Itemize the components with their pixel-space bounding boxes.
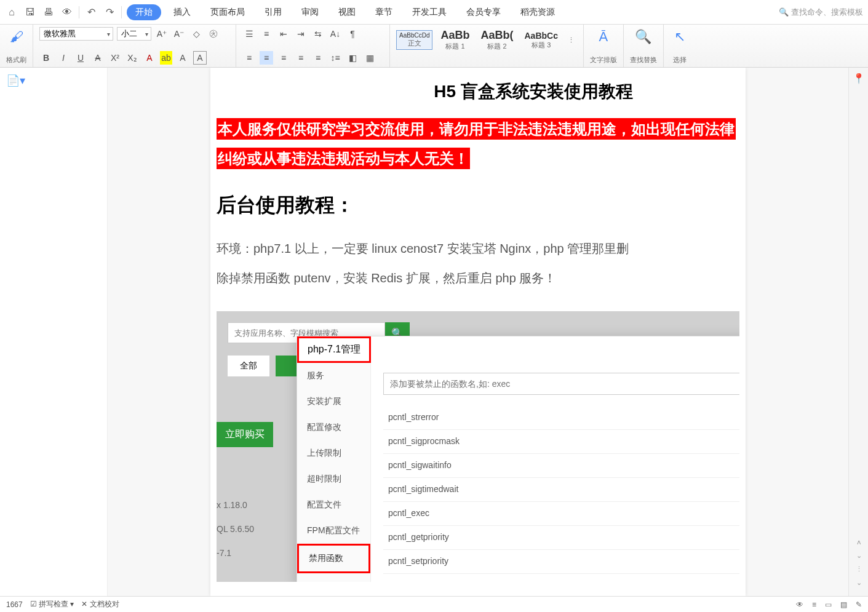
- style-h3[interactable]: AaBbCc 标题 3: [521, 29, 560, 52]
- page-number: 1667: [6, 600, 23, 609]
- nav-disabled-fn[interactable]: 禁用函数: [297, 544, 370, 573]
- phonetic-icon[interactable]: ㊋: [207, 27, 220, 41]
- format-painter-group: 🖌 格式刷: [0, 25, 33, 67]
- tab-chapter[interactable]: 章节: [368, 3, 400, 22]
- tab-start[interactable]: 开始: [127, 4, 161, 20]
- tab-resources[interactable]: 稻壳资源: [513, 3, 562, 22]
- charbox-icon[interactable]: A: [193, 51, 207, 65]
- command-search[interactable]: 🔍 查找命令、搜索模板: [779, 7, 863, 18]
- sort-icon[interactable]: A↓: [328, 27, 342, 41]
- text-layout-group[interactable]: Ā 文字排版: [584, 25, 624, 67]
- table-row: pcntl_getpriority删除: [383, 526, 739, 550]
- justify-icon[interactable]: ≡: [294, 51, 308, 65]
- para-1: 环境：php7.1 以上，一定要 linux cenost7 安装宝塔 Ngin…: [217, 234, 739, 263]
- chevron-up-icon[interactable]: ʌ: [853, 538, 864, 549]
- bt-fn-table: pcntl_strerror删除 pcntl_sigprocmask删除 pcn…: [383, 406, 739, 574]
- document-icon[interactable]: 📄▾: [6, 74, 25, 87]
- bt-buy-button[interactable]: 立即购买: [217, 422, 273, 447]
- bold-icon[interactable]: B: [39, 51, 53, 65]
- format-painter-icon[interactable]: 🖌: [7, 27, 26, 47]
- border-icon[interactable]: ▦: [363, 51, 376, 65]
- shading-icon[interactable]: A: [176, 51, 189, 65]
- preview-icon[interactable]: 👁: [60, 6, 74, 19]
- location-icon[interactable]: 📍: [853, 73, 865, 84]
- nav-config[interactable]: 配置修改: [297, 415, 370, 440]
- styles-group: AaBbCcDd 正文 AaBb 标题 1 AaBb( 标题 2 AaBbCc …: [390, 25, 584, 67]
- highlight-icon[interactable]: ab: [160, 51, 172, 65]
- bt-bg-row-1: QL 5.6.50: [217, 517, 254, 541]
- distribute-icon[interactable]: ≡: [311, 51, 325, 65]
- nav-service[interactable]: 服务: [297, 363, 370, 389]
- nav-upload-limit[interactable]: 上传限制: [297, 440, 370, 466]
- tab-insert[interactable]: 插入: [166, 3, 198, 22]
- style-h1[interactable]: AaBb 标题 1: [437, 27, 472, 53]
- tab-pagelayout[interactable]: 页面布局: [203, 3, 252, 22]
- nav-timeout[interactable]: 超时限制: [297, 466, 370, 492]
- tab-icon[interactable]: ⇆: [311, 27, 325, 41]
- bt-tab-all[interactable]: 全部: [228, 356, 269, 376]
- styles-more-icon[interactable]: ⋮: [566, 34, 577, 46]
- strike-icon[interactable]: A: [91, 51, 105, 65]
- proof-status[interactable]: ✕ 文档校对: [81, 599, 119, 610]
- command-search-placeholder: 查找命令、搜索模板: [791, 7, 863, 18]
- cursor-icon: ↖: [670, 27, 690, 47]
- underline-icon[interactable]: U: [74, 51, 87, 65]
- grow-font-icon[interactable]: A⁺: [155, 27, 169, 41]
- font-group: 微软雅黑 小二 A⁺ A⁻ ◇ ㊋ B I U A X² X₂ A ab A A: [33, 25, 236, 67]
- table-row: pcntl_strerror删除: [383, 406, 739, 430]
- superscript-icon[interactable]: X²: [108, 51, 122, 65]
- tab-reference[interactable]: 引用: [257, 3, 289, 22]
- nav-fpm-config[interactable]: FPM配置文件: [297, 518, 370, 544]
- tab-view[interactable]: 视图: [331, 3, 363, 22]
- home-icon[interactable]: ⌂: [5, 6, 18, 19]
- web-layout-icon[interactable]: ▤: [840, 600, 847, 609]
- find-replace-group[interactable]: 🔍 查找替换: [624, 25, 664, 67]
- fill-icon[interactable]: ◧: [346, 51, 359, 65]
- eye-icon[interactable]: 👁: [796, 600, 803, 609]
- numbering-icon[interactable]: ≡: [260, 27, 273, 41]
- font-color-icon[interactable]: A: [143, 51, 156, 65]
- align-left-icon[interactable]: ≡: [242, 51, 256, 65]
- reading-icon[interactable]: ▭: [825, 600, 832, 609]
- paragraph-group: ☰ ≡ ⇤ ⇥ ⇆ A↓ ¶ ≡ ≡ ≡ ≡ ≡ ↕≡ ◧ ▦: [236, 25, 390, 67]
- nav-extensions[interactable]: 安装扩展: [297, 389, 370, 415]
- table-row: pcntl_exec删除: [383, 502, 739, 526]
- clear-format-icon[interactable]: ◇: [189, 27, 203, 41]
- text-layout-label: 文字排版: [590, 55, 617, 65]
- scroll-controls: ʌ ⌄ ⋮ ⌄: [853, 538, 864, 590]
- table-row: pcntl_sigwaitinfo删除: [383, 454, 739, 478]
- select-label: 选择: [673, 55, 687, 65]
- chevron-down-icon[interactable]: ⌄: [853, 579, 864, 590]
- save-icon[interactable]: 🖫: [23, 6, 37, 19]
- bullets-icon[interactable]: ☰: [242, 27, 256, 41]
- table-row: pcntl_setpriority删除: [383, 550, 739, 574]
- tab-devtools[interactable]: 开发工具: [405, 3, 454, 22]
- select-group[interactable]: ↖ 选择: [664, 25, 696, 67]
- outline-icon[interactable]: ≡: [812, 600, 816, 609]
- font-family-select[interactable]: 微软雅黑: [39, 27, 113, 41]
- edit-icon[interactable]: ✎: [856, 600, 862, 609]
- tab-vip[interactable]: 会员专享: [459, 3, 508, 22]
- shrink-font-icon[interactable]: A⁻: [172, 27, 186, 41]
- bt-fn-input[interactable]: [383, 373, 739, 395]
- style-h2[interactable]: AaBb( 标题 2: [477, 27, 516, 53]
- align-right-icon[interactable]: ≡: [277, 51, 290, 65]
- undo-icon[interactable]: ↶: [84, 6, 98, 19]
- chevron-down-icon[interactable]: ⌄: [853, 552, 864, 563]
- tab-review[interactable]: 审阅: [294, 3, 326, 22]
- align-center-icon[interactable]: ≡: [260, 51, 273, 65]
- style-body[interactable]: AaBbCcDd 正文: [396, 30, 432, 50]
- indent-icon[interactable]: ⇥: [294, 27, 308, 41]
- linespacing-icon[interactable]: ↕≡: [328, 51, 342, 65]
- redo-icon[interactable]: ↷: [103, 6, 116, 19]
- spellcheck-status[interactable]: ☑ 拼写检查 ▾: [30, 599, 74, 610]
- nav-config-file[interactable]: 配置文件: [297, 492, 370, 518]
- print-icon[interactable]: 🖶: [42, 6, 55, 19]
- right-toolbar: 📍: [848, 68, 868, 596]
- paragraph-mark-icon[interactable]: ¶: [346, 27, 359, 41]
- subscript-icon[interactable]: X₂: [125, 51, 139, 65]
- outdent-icon[interactable]: ⇤: [277, 27, 290, 41]
- drag-handle-icon[interactable]: ⋮: [853, 565, 864, 576]
- font-size-select[interactable]: 小二: [117, 27, 151, 41]
- italic-icon[interactable]: I: [57, 51, 70, 65]
